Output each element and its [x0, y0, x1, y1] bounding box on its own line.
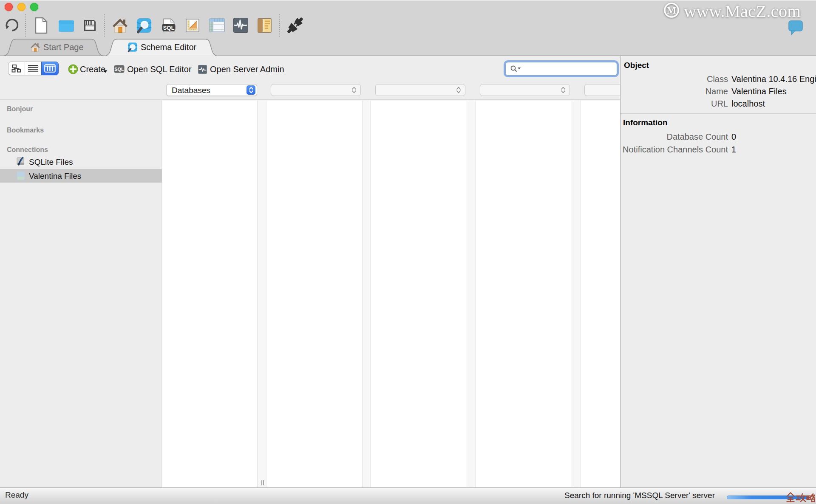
svg-text:SQL: SQL — [163, 25, 175, 31]
svg-text:www.MacZ.com: www.MacZ.com — [684, 1, 801, 21]
svg-text:SQL: SQL — [114, 67, 124, 72]
svg-text:M: M — [667, 5, 677, 16]
